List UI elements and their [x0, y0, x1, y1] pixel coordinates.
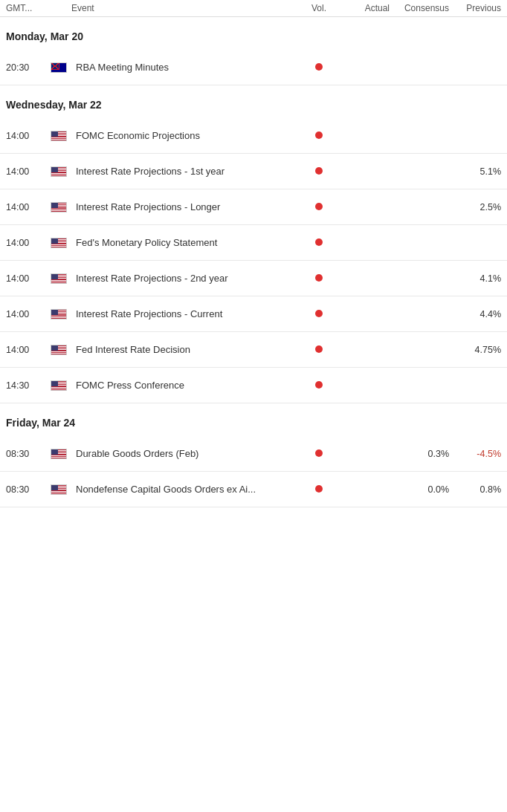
previous-value: 4.4% — [449, 309, 501, 319]
volatility-cell — [300, 166, 338, 177]
us-flag-icon — [51, 131, 67, 141]
event-name: Interest Rate Projections - 2nd year — [71, 273, 300, 284]
us-flag-icon — [51, 309, 67, 319]
volatility-cell — [300, 201, 338, 212]
consensus-value: 0.3% — [390, 449, 449, 459]
table-container: GMT... Event Vol. Actual Consensus Previ… — [0, 0, 507, 507]
volatility-cell — [300, 308, 338, 319]
previous-value: 5.1% — [449, 166, 501, 177]
volatility-cell — [300, 237, 338, 248]
flag-cell — [51, 380, 71, 391]
table-row[interactable]: 14:00Fed Interest Rate Decision4.75% — [0, 332, 507, 368]
volatility-cell — [300, 344, 338, 355]
event-time: 14:00 — [6, 166, 51, 177]
high-volatility-dot — [315, 238, 323, 246]
table-row[interactable]: 14:30FOMC Press Conference — [0, 368, 507, 403]
date-group-header: Friday, Mar 24 — [0, 403, 507, 436]
event-name: Fed's Monetary Policy Statement — [71, 237, 300, 248]
flag-cell — [51, 273, 71, 284]
table-row[interactable]: 20:30RBA Meeting Minutes — [0, 50, 507, 85]
us-flag-icon — [51, 202, 67, 212]
event-time: 14:30 — [6, 380, 51, 391]
event-name: Interest Rate Projections - Longer — [71, 201, 300, 212]
us-flag-icon — [51, 449, 67, 459]
high-volatility-dot — [315, 167, 323, 175]
volatility-cell — [300, 484, 338, 495]
event-time: 08:30 — [6, 484, 51, 495]
previous-value: 2.5% — [449, 202, 501, 212]
header-consensus: Consensus — [390, 3, 449, 13]
flag-cell — [51, 131, 71, 141]
previous-value: 4.1% — [449, 273, 501, 284]
date-group-header: Monday, Mar 20 — [0, 17, 507, 50]
table-row[interactable]: 14:00FOMC Economic Projections — [0, 118, 507, 154]
high-volatility-dot — [315, 63, 323, 71]
event-name: Nondefense Capital Goods Orders ex Ai... — [71, 484, 300, 495]
consensus-value: 0.0% — [390, 484, 449, 495]
flag-cell — [51, 62, 71, 73]
header-event: Event — [71, 3, 300, 13]
high-volatility-dot — [315, 274, 323, 282]
event-name: FOMC Economic Projections — [71, 130, 300, 141]
table-row[interactable]: 08:30Nondefense Capital Goods Orders ex … — [0, 472, 507, 507]
previous-value: 0.8% — [449, 484, 501, 495]
us-flag-icon — [51, 273, 67, 284]
event-time: 14:00 — [6, 238, 51, 248]
event-time: 08:30 — [6, 449, 51, 459]
table-row[interactable]: 14:00Interest Rate Projections - Current… — [0, 296, 507, 332]
flag-cell — [51, 166, 71, 177]
event-time: 14:00 — [6, 345, 51, 355]
volatility-cell — [300, 273, 338, 284]
us-flag-icon — [51, 238, 67, 248]
event-name: Durable Goods Orders (Feb) — [71, 448, 300, 459]
flag-cell — [51, 449, 71, 459]
header-vol: Vol. — [300, 3, 338, 13]
event-name: FOMC Press Conference — [71, 380, 300, 391]
previous-value: -4.5% — [449, 449, 501, 459]
high-volatility-dot — [315, 381, 323, 389]
high-volatility-dot — [315, 131, 323, 139]
us-flag-icon — [51, 166, 67, 177]
volatility-cell — [300, 130, 338, 141]
header-previous: Previous — [449, 3, 501, 13]
groups-container: Monday, Mar 2020:30RBA Meeting MinutesWe… — [0, 17, 507, 507]
us-flag-icon — [51, 380, 67, 391]
au-flag-icon — [51, 62, 67, 73]
flag-cell — [51, 202, 71, 212]
previous-value: 4.75% — [449, 345, 501, 355]
flag-cell — [51, 484, 71, 495]
table-row[interactable]: 14:00Interest Rate Projections - Longer2… — [0, 189, 507, 225]
header-gmt: GMT... — [6, 3, 51, 13]
header-actual: Actual — [338, 3, 390, 13]
high-volatility-dot — [315, 310, 323, 317]
event-name: RBA Meeting Minutes — [71, 62, 300, 73]
table-header: GMT... Event Vol. Actual Consensus Previ… — [0, 0, 507, 17]
event-name: Interest Rate Projections - Current — [71, 308, 300, 319]
table-row[interactable]: 14:00Fed's Monetary Policy Statement — [0, 225, 507, 261]
event-time: 14:00 — [6, 131, 51, 141]
volatility-cell — [300, 62, 338, 73]
event-time: 14:00 — [6, 273, 51, 284]
volatility-cell — [300, 380, 338, 391]
flag-cell — [51, 238, 71, 248]
high-volatility-dot — [315, 203, 323, 210]
event-time: 20:30 — [6, 62, 51, 73]
event-name: Interest Rate Projections - 1st year — [71, 166, 300, 177]
event-name: Fed Interest Rate Decision — [71, 344, 300, 355]
table-row[interactable]: 14:00Interest Rate Projections - 1st yea… — [0, 154, 507, 189]
flag-cell — [51, 345, 71, 355]
flag-cell — [51, 309, 71, 319]
date-group-header: Wednesday, Mar 22 — [0, 85, 507, 118]
event-time: 14:00 — [6, 202, 51, 212]
high-volatility-dot — [315, 345, 323, 353]
high-volatility-dot — [315, 449, 323, 457]
volatility-cell — [300, 448, 338, 459]
event-time: 14:00 — [6, 309, 51, 319]
table-row[interactable]: 08:30Durable Goods Orders (Feb)0.3%-4.5% — [0, 436, 507, 472]
high-volatility-dot — [315, 485, 323, 493]
us-flag-icon — [51, 484, 67, 495]
us-flag-icon — [51, 345, 67, 355]
table-row[interactable]: 14:00Interest Rate Projections - 2nd yea… — [0, 261, 507, 296]
